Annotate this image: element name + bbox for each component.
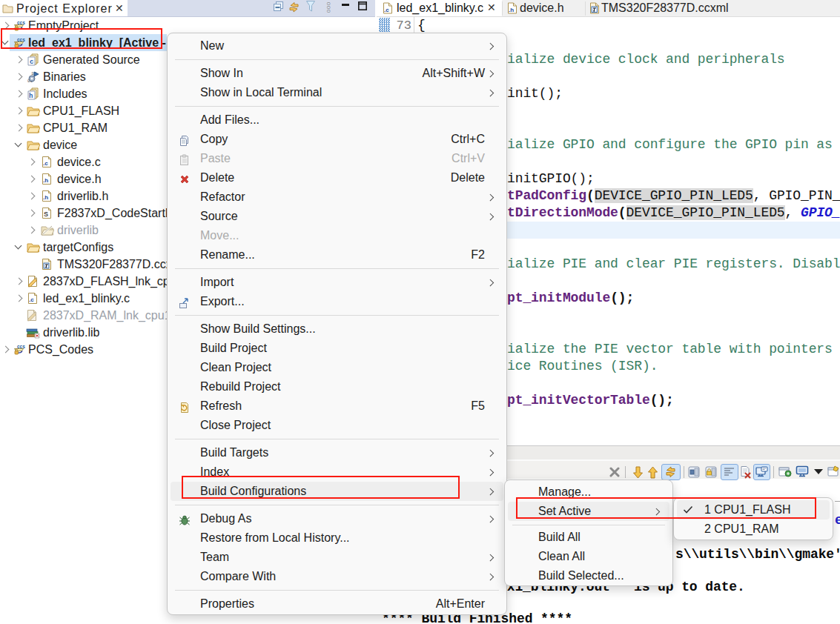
svg-text:c: c — [30, 59, 33, 66]
svg-text:.h: .h — [509, 7, 514, 13]
svg-text:.c: .c — [43, 160, 48, 167]
svg-text:.c: .c — [384, 7, 389, 13]
svg-text:h: h — [29, 93, 33, 100]
svg-text:.h: .h — [43, 194, 48, 201]
svg-text:.c: .c — [29, 296, 34, 303]
svg-text:.h: .h — [43, 177, 48, 184]
svg-text:ccs: ccs — [17, 343, 25, 348]
svg-text:S: S — [44, 210, 48, 218]
svg-text:ccs: ccs — [17, 19, 25, 24]
